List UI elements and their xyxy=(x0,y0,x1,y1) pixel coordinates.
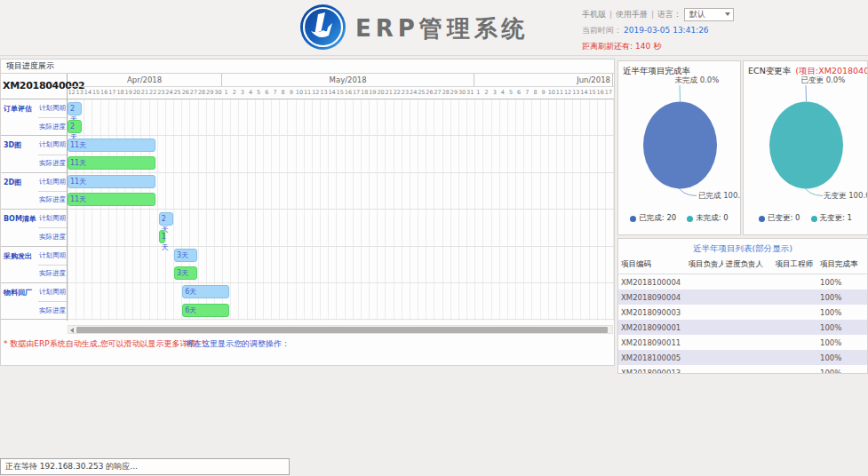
gantt-bar-row: 6天 xyxy=(68,301,614,319)
table-row[interactable]: XM2018090011100% xyxy=(618,335,867,350)
legend-label: 已变更: 0 xyxy=(768,213,800,224)
day-tick: 29 xyxy=(206,87,214,99)
day-tick: 17 xyxy=(352,87,360,99)
project-table: 项目编码项目负责人进度负责人项目工程师项目完成率 XM2018100004100… xyxy=(618,258,867,374)
table-column-header: 进度负责人 xyxy=(723,258,773,274)
gantt-task-labels: 3D图计划周期实际进度 xyxy=(1,136,67,172)
table-cell: XM2018100004 xyxy=(618,274,686,290)
actual-row-label: 实际进度 xyxy=(39,191,66,209)
gantt-bar-row: 11天 xyxy=(68,136,614,154)
month-header: May/2018 xyxy=(222,74,474,86)
gantt-bar-actual[interactable]: 6天 xyxy=(182,304,229,317)
scrollbar-left-arrow-icon[interactable] xyxy=(70,327,76,334)
gantt-bar-plan[interactable]: 2天 xyxy=(159,212,173,226)
gantt-bar-plan[interactable]: 2天 xyxy=(68,102,82,115)
pie-callout-bottom: 无变更 100.0% xyxy=(824,191,868,202)
mobile-version-link[interactable]: 手机版 xyxy=(582,9,606,20)
app-title: ERP管理系统 xyxy=(355,13,530,44)
gantt-bar-plan[interactable]: 3天 xyxy=(174,249,196,262)
day-tick: 4 xyxy=(498,87,506,99)
task-name: BOM清单 xyxy=(4,214,36,224)
legend-dot-icon xyxy=(687,216,693,222)
table-cell xyxy=(723,274,773,290)
table-row[interactable]: XM2018100005100% xyxy=(618,350,867,365)
gantt-bar-actual[interactable]: 11天 xyxy=(68,193,155,206)
day-tick: 27 xyxy=(189,87,197,99)
pie-title: 近半年项目完成率 xyxy=(623,66,690,77)
table-row[interactable]: XM2018090001100% xyxy=(618,320,867,335)
legend-dot-icon xyxy=(759,216,765,222)
table-cell xyxy=(686,290,723,305)
day-tick: 30 xyxy=(214,87,222,99)
table-row[interactable]: XM2018090003100% xyxy=(618,305,867,320)
gantt-bar-actual[interactable]: 11天 xyxy=(68,156,155,170)
gantt-bar-plan[interactable]: 11天 xyxy=(68,175,155,188)
gantt-bar-plan[interactable]: 6天 xyxy=(182,285,229,298)
table-cell: 100% xyxy=(817,320,867,335)
refresh-countdown-unit: 秒 xyxy=(653,41,661,52)
table-cell xyxy=(723,305,773,320)
header-utilities: 手机版 | 使用手册 | 语言： 默认 当前时间： 2019-03-05 13:… xyxy=(582,6,862,54)
gantt-horizontal-scrollbar[interactable] xyxy=(68,325,613,334)
table-cell xyxy=(723,350,773,365)
table-cell xyxy=(723,320,773,335)
current-time-value: 2019-03-05 13:41:26 xyxy=(624,26,709,35)
legend-item[interactable]: 无变更: 1 xyxy=(811,213,852,224)
table-column-header: 项目工程师 xyxy=(773,258,817,274)
task-name: 采购发出 xyxy=(4,251,32,261)
table-cell xyxy=(773,350,817,365)
day-tick: 16 xyxy=(100,87,108,99)
table-cell xyxy=(686,335,723,350)
table-row[interactable]: XM2018090013100% xyxy=(618,365,867,374)
day-tick: 14 xyxy=(84,87,92,99)
language-selected-value: 默认 xyxy=(689,9,705,20)
actual-row-label: 实际进度 xyxy=(39,228,66,246)
gantt-bar-actual[interactable]: 1天 xyxy=(159,230,165,243)
plan-row-label: 计划周期 xyxy=(39,210,66,227)
gantt-bar-plan[interactable]: 11天 xyxy=(68,139,155,152)
day-tick: 25 xyxy=(173,87,181,99)
pie-slice[interactable] xyxy=(769,102,843,189)
pie-legend: 已完成: 20未完成: 0 xyxy=(618,213,740,224)
gantt-task-rows: 6天6天 xyxy=(68,283,614,320)
day-tick: 23 xyxy=(401,87,409,99)
row-divider xyxy=(38,155,67,155)
pie-title-text: 近半年项目完成率 xyxy=(623,66,690,75)
scrollbar-thumb[interactable] xyxy=(76,327,608,333)
gantt-bar-row: 6天 xyxy=(68,283,614,301)
table-column-header: 项目负责人 xyxy=(686,258,723,274)
day-tick: 14 xyxy=(580,87,588,99)
day-tick: 17 xyxy=(108,87,116,99)
table-row[interactable]: XM2018090004100% xyxy=(618,290,867,305)
table-cell xyxy=(686,320,723,335)
language-label: 语言： xyxy=(657,9,681,20)
gantt-bar-row: 3天 xyxy=(68,247,614,265)
pie-slice[interactable] xyxy=(643,102,717,189)
row-divider xyxy=(38,117,67,118)
user-manual-link[interactable]: 使用手册 xyxy=(616,9,648,20)
gantt-day-row: 1213141516171819202122232425262728293012… xyxy=(68,87,614,99)
day-tick: 17 xyxy=(604,87,612,99)
day-tick: 19 xyxy=(369,87,377,99)
day-tick: 20 xyxy=(377,87,385,99)
gantt-task-labels: 订单评估计划周期实际进度 xyxy=(1,99,67,136)
panel-title: 项目进度展示 xyxy=(1,60,614,74)
table-cell: 100% xyxy=(817,305,867,320)
day-tick: 26 xyxy=(426,87,434,99)
day-tick: 28 xyxy=(198,87,206,99)
table-header-row: 项目编码项目负责人进度负责人项目工程师项目完成率 xyxy=(618,258,867,274)
table-cell: XM2018090011 xyxy=(618,335,686,350)
legend-item[interactable]: 已完成: 20 xyxy=(630,213,676,224)
day-tick: 13 xyxy=(572,87,580,99)
plan-row-label: 计划周期 xyxy=(39,99,66,117)
table-cell xyxy=(723,290,773,305)
gantt-bar-actual[interactable]: 3天 xyxy=(174,266,196,280)
table-row[interactable]: XM2018100004100% xyxy=(618,274,867,290)
table-cell xyxy=(686,274,723,290)
row-divider xyxy=(38,191,67,192)
legend-item[interactable]: 已变更: 0 xyxy=(759,213,800,224)
gantt-bar-actual[interactable]: 2天 xyxy=(68,120,82,133)
legend-item[interactable]: 未完成: 0 xyxy=(687,213,728,224)
table-cell xyxy=(773,335,817,350)
language-select[interactable]: 默认 xyxy=(684,8,734,21)
